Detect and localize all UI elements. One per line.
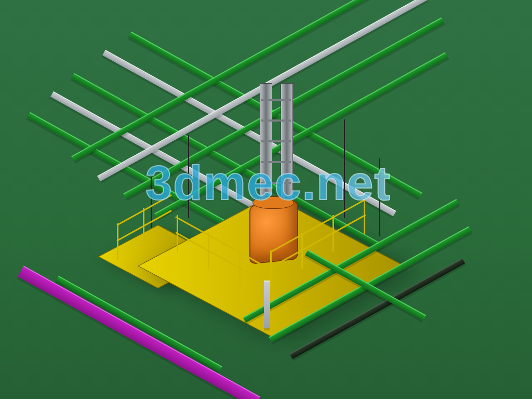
- mast-brace: [261, 140, 291, 142]
- mast-brace: [261, 119, 291, 122]
- hanger-rod: [188, 135, 189, 218]
- mast-brace: [261, 182, 291, 184]
- railing-post: [117, 223, 118, 260]
- upper-beam: [102, 50, 396, 217]
- drive-cap: [252, 196, 294, 209]
- mast-brace: [261, 99, 291, 101]
- mast-brace: [261, 161, 291, 163]
- upper-cross-beam: [154, 52, 448, 219]
- hanger-rod: [344, 119, 345, 218]
- render-stage: 3dmec.net: [0, 0, 532, 399]
- hanger-rod: [379, 158, 380, 236]
- support-column: [264, 281, 270, 328]
